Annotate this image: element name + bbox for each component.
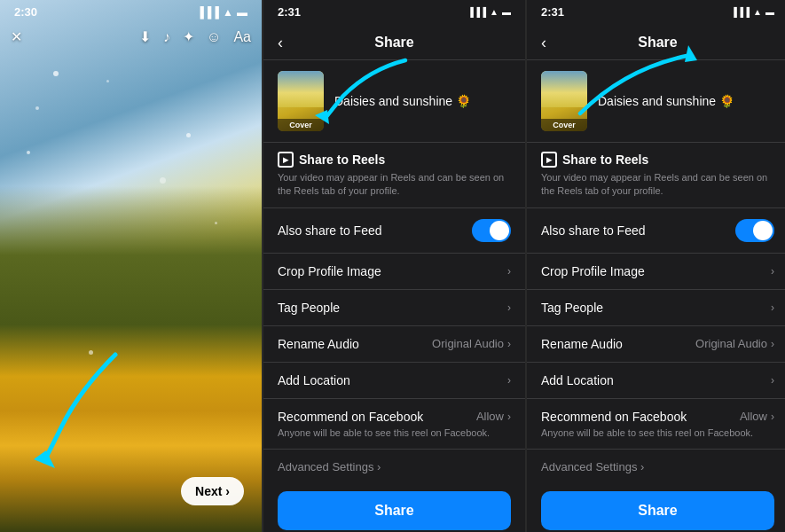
- time-2: 2:31: [278, 5, 301, 19]
- status-icons-1: ▐▐▐ ▲ ▬: [197, 6, 247, 19]
- option-feed-2: Also share to Feed: [263, 208, 525, 254]
- preview-title-3: Daisies and sunshine 🌻: [598, 94, 734, 108]
- music-icon[interactable]: ♪: [163, 29, 170, 45]
- emoji-icon[interactable]: ☺: [207, 29, 221, 45]
- toggle-knob-3: [753, 221, 773, 240]
- preview-thumbnail-2: Cover: [278, 71, 324, 131]
- sparkle-3: [186, 133, 191, 137]
- reels-text-2: Share to Reels: [299, 153, 385, 167]
- back-button-3[interactable]: ‹: [541, 34, 546, 52]
- option-facebook-3[interactable]: Recommend on Facebook Allow › Anyone wil…: [527, 399, 785, 450]
- option-location-2[interactable]: Add Location ›: [263, 363, 525, 399]
- option-audio-label-2: Rename Audio: [278, 337, 359, 351]
- preview-section-3: Cover Daisies and sunshine 🌻: [527, 60, 785, 143]
- advanced-settings-3[interactable]: Advanced Settings ›: [527, 450, 785, 484]
- option-facebook-2[interactable]: Recommend on Facebook Allow › Anyone wil…: [263, 399, 525, 450]
- status-icons-3: ▐▐▐ ▲ ▬: [731, 7, 774, 17]
- toolbar-left: ✕: [11, 28, 22, 45]
- sparkle-8: [215, 222, 217, 224]
- battery-icon-3: ▬: [765, 7, 774, 17]
- option-audio-label-3: Rename Audio: [541, 337, 623, 351]
- option-crop-3[interactable]: Crop Profile Image ›: [527, 254, 785, 290]
- share-title-3: Share: [638, 35, 677, 51]
- signal-icon-2: ▐▐▐: [467, 7, 486, 17]
- chevron-fb-3: ›: [771, 411, 774, 423]
- signal-icon: ▐▐▐: [197, 6, 220, 19]
- next-label: Next ›: [195, 484, 230, 498]
- share-header-3: ‹ Share: [527, 22, 785, 60]
- time-1: 2:30: [14, 5, 37, 19]
- advanced-label-3: Advanced Settings ›: [541, 460, 644, 473]
- sparkle-1: [53, 71, 59, 76]
- cover-label-3: Cover: [541, 119, 587, 131]
- option-location-3[interactable]: Add Location ›: [527, 363, 785, 399]
- status-bar-2: 2:31 ▐▐▐ ▲ ▬: [263, 0, 525, 22]
- wifi-icon: ▲: [223, 6, 233, 19]
- thumb-image-2: [278, 71, 324, 107]
- advanced-settings-2[interactable]: Advanced Settings ›: [263, 450, 525, 484]
- download-icon[interactable]: ⬇: [139, 28, 151, 45]
- feed-toggle-3[interactable]: [735, 219, 774, 242]
- share-title-2: Share: [374, 35, 413, 51]
- share-button-3[interactable]: Share: [541, 491, 774, 530]
- battery-icon: ▬: [237, 6, 247, 19]
- reels-section-3: ▶ Share to Reels Your video may appear i…: [527, 143, 785, 208]
- reels-icon-2: ▶: [278, 152, 294, 168]
- option-audio-value-3: Original Audio ›: [695, 337, 774, 350]
- sparkle-6: [27, 151, 30, 154]
- sparkle-icon[interactable]: ✦: [183, 28, 194, 45]
- status-bar-1: 2:30 ▐▐▐ ▲ ▬: [0, 0, 262, 22]
- feed-toggle-2[interactable]: [472, 219, 511, 242]
- reels-label-2: ▶ Share to Reels: [278, 152, 511, 168]
- chevron-audio-3: ›: [771, 338, 774, 350]
- toggle-knob-2: [490, 221, 509, 240]
- share-button-2[interactable]: Share: [278, 491, 511, 530]
- advanced-label-2: Advanced Settings ›: [278, 460, 381, 473]
- chevron-tag-3: ›: [771, 301, 774, 314]
- preview-section-2: Cover Daisies and sunshine 🌻: [263, 60, 525, 143]
- chevron-location-3: ›: [771, 374, 774, 387]
- share-header-2: ‹ Share: [263, 22, 525, 60]
- thumb-image-3: [541, 71, 587, 107]
- option-tag-3[interactable]: Tag People ›: [527, 290, 785, 326]
- option-crop-2[interactable]: Crop Profile Image ›: [263, 254, 525, 290]
- preview-thumbnail-3: Cover: [541, 71, 587, 131]
- reels-icon-3: ▶: [541, 152, 557, 168]
- phone3-share: 2:31 ▐▐▐ ▲ ▬ ‹ Share Cover Daisies and s…: [527, 0, 785, 532]
- option-fb-value-3: Allow ›: [740, 410, 774, 423]
- facebook-row-3: Recommend on Facebook Allow ›: [541, 410, 774, 424]
- preview-row-2: Cover Daisies and sunshine 🌻: [263, 60, 525, 143]
- reels-label-3: ▶ Share to Reels: [541, 152, 774, 168]
- chevron-crop-3: ›: [771, 265, 774, 278]
- reels-desc-2: Your video may appear in Reels and can b…: [278, 171, 511, 199]
- next-button[interactable]: Next ›: [181, 477, 244, 505]
- option-crop-label-3: Crop Profile Image: [541, 264, 645, 278]
- cover-label-2: Cover: [278, 119, 324, 131]
- wifi-icon-2: ▲: [490, 7, 498, 17]
- sparkle-2: [35, 106, 39, 110]
- facebook-desc-3: Anyone will be able to see this reel on …: [541, 427, 753, 438]
- chevron-crop-2: ›: [507, 265, 511, 278]
- chevron-fb-2: ›: [507, 411, 511, 423]
- close-icon[interactable]: ✕: [11, 28, 22, 45]
- sparkle-4: [106, 80, 109, 82]
- option-audio-3[interactable]: Rename Audio Original Audio ›: [527, 326, 785, 363]
- option-tag-label-2: Tag People: [278, 301, 340, 315]
- text-icon[interactable]: Aa: [233, 29, 251, 45]
- chevron-tag-2: ›: [507, 301, 511, 314]
- facebook-row-2: Recommend on Facebook Allow ›: [278, 410, 511, 424]
- option-feed-label-3: Also share to Feed: [541, 223, 646, 238]
- back-button-2[interactable]: ‹: [278, 34, 283, 52]
- option-audio-value-2: Original Audio ›: [432, 337, 511, 350]
- facebook-desc-2: Anyone will be able to see this reel on …: [278, 427, 490, 438]
- reels-text-3: Share to Reels: [562, 153, 648, 167]
- option-tag-2[interactable]: Tag People ›: [263, 290, 525, 326]
- preview-title-2: Daisies and sunshine 🌻: [334, 94, 471, 108]
- option-feed-3: Also share to Feed: [527, 208, 785, 254]
- phone2-share: 2:31 ▐▐▐ ▲ ▬ ‹ Share Cover Daisies and s…: [263, 0, 525, 532]
- option-tag-label-3: Tag People: [541, 301, 603, 315]
- option-location-label-3: Add Location: [541, 373, 614, 387]
- option-crop-label-2: Crop Profile Image: [278, 264, 381, 278]
- option-audio-2[interactable]: Rename Audio Original Audio ›: [263, 326, 525, 363]
- wifi-icon-3: ▲: [753, 7, 762, 17]
